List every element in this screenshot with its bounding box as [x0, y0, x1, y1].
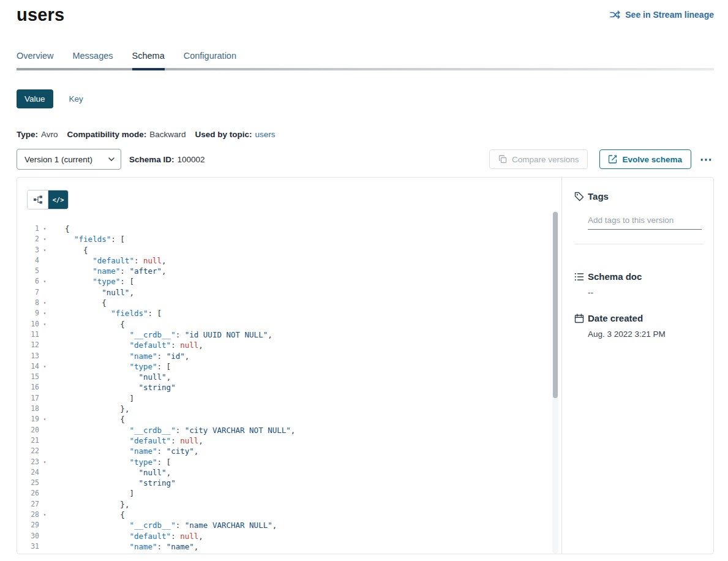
page-title: users	[17, 5, 64, 25]
fold-toggle-icon[interactable]: ▾	[39, 308, 50, 318]
code-text: "type": [	[50, 552, 171, 554]
code-view-button[interactable]: </>	[48, 190, 68, 209]
line-number: 28	[17, 510, 39, 520]
fold-spacer	[39, 255, 50, 266]
tree-view-button[interactable]	[28, 190, 48, 209]
fold-spacer	[39, 531, 50, 541]
add-tags-input[interactable]	[588, 213, 702, 230]
code-line: 11"__crdb__": "id UUID NOT NULL",	[17, 329, 561, 340]
fold-spacer	[39, 329, 50, 340]
code-text: {	[50, 510, 125, 520]
schema-doc-value: --	[588, 288, 704, 297]
fold-spacer	[39, 404, 50, 414]
sidebar-divider	[574, 244, 704, 244]
fold-toggle-icon[interactable]: ▾	[39, 224, 50, 234]
fold-toggle-icon[interactable]: ▾	[39, 414, 50, 424]
fold-toggle-icon[interactable]: ▾	[39, 457, 50, 467]
stream-lineage-link[interactable]: See in Stream lineage	[610, 10, 714, 20]
fold-spacer	[39, 520, 50, 530]
schema-code-panel: </> 1▾{2▾"fields": [3▾{4"default": null,…	[17, 178, 561, 554]
fold-toggle-icon[interactable]: ▾	[39, 276, 50, 287]
code-line: 6▾"type": [	[17, 276, 561, 287]
evolve-icon	[609, 155, 617, 164]
date-created-title: Date created	[588, 313, 643, 323]
line-number: 32	[17, 552, 39, 554]
schema-controls-row: Version 1 (current) Schema ID: 100002 Co…	[17, 149, 714, 170]
line-number: 14	[17, 361, 39, 372]
compare-versions-label: Compare versions	[512, 155, 579, 164]
fold-spacer	[39, 541, 50, 552]
evolve-schema-button[interactable]: Evolve schema	[599, 149, 691, 169]
compare-versions-button[interactable]: Compare versions	[489, 149, 588, 169]
tab-overview[interactable]: Overview	[17, 51, 53, 68]
fold-toggle-icon[interactable]: ▾	[39, 234, 50, 244]
code-line: 17]	[17, 393, 561, 404]
line-number: 16	[17, 382, 39, 393]
code-text: "name": "after",	[50, 266, 167, 276]
code-editor-lines[interactable]: 1▾{2▾"fields": [3▾{4"default": null,5"na…	[17, 224, 561, 554]
used-by-topic-label: Used by topic:	[195, 130, 252, 139]
code-text: "name": "name",	[50, 541, 198, 552]
schema-page: users See in Stream lineage Overview Mes…	[0, 0, 728, 554]
line-number: 18	[17, 404, 39, 414]
value-toggle-button[interactable]: Value	[17, 89, 53, 108]
lineage-icon	[610, 10, 620, 19]
key-toggle-button[interactable]: Key	[69, 94, 83, 104]
code-text: {	[50, 224, 70, 234]
type-meta: Type: Avro	[17, 130, 58, 139]
code-text: ]	[50, 488, 134, 499]
fold-spacer	[39, 393, 50, 404]
code-text: "default": null,	[50, 435, 203, 446]
code-line: 28▾{	[17, 510, 561, 520]
more-options-button[interactable]: ⋯	[699, 153, 714, 165]
line-number: 10	[17, 319, 39, 329]
fold-spacer	[39, 340, 50, 350]
fold-toggle-icon[interactable]: ▾	[39, 319, 50, 329]
fold-spacer	[39, 435, 50, 446]
fold-toggle-icon[interactable]: ▾	[39, 361, 50, 372]
editor-scrollbar-thumb[interactable]	[553, 212, 558, 398]
fold-toggle-icon[interactable]: ▾	[39, 510, 50, 520]
code-line: 19▾{	[17, 414, 561, 424]
date-created-icon	[574, 314, 584, 323]
schema-doc-section: Schema doc --	[574, 271, 704, 297]
fold-toggle-icon[interactable]: ▾	[39, 298, 50, 308]
code-line: 7"null",	[17, 287, 561, 298]
code-line: 23▾"type": [	[17, 457, 561, 467]
page-header: users See in Stream lineage	[17, 5, 714, 25]
line-number: 13	[17, 351, 39, 361]
date-created-value: Aug. 3 2022 3:21 PM	[588, 329, 704, 339]
line-number: 5	[17, 266, 39, 276]
code-line: 1▾{	[17, 224, 561, 234]
line-number: 12	[17, 340, 39, 350]
line-number: 19	[17, 414, 39, 424]
code-text: "name": "id",	[50, 351, 189, 361]
tab-configuration[interactable]: Configuration	[184, 51, 236, 68]
line-number: 2	[17, 234, 39, 244]
compatibility-meta: Compatibility mode: Backward	[67, 130, 186, 139]
line-number: 24	[17, 467, 39, 478]
editor-scrollbar[interactable]	[552, 211, 558, 554]
schema-id: Schema ID: 100002	[129, 155, 205, 164]
tree-view-icon	[33, 195, 43, 205]
code-text: {	[50, 298, 107, 308]
date-created-title-row: Date created	[574, 313, 704, 323]
fold-toggle-icon[interactable]: ▾	[39, 245, 50, 255]
version-select[interactable]: Version 1 (current)	[17, 149, 121, 170]
fold-toggle-icon[interactable]: ▾	[39, 552, 50, 554]
code-line: 27},	[17, 499, 561, 510]
fold-spacer	[39, 499, 50, 510]
tab-messages[interactable]: Messages	[72, 51, 113, 68]
topic-link[interactable]: users	[255, 130, 276, 139]
fold-spacer	[39, 467, 50, 478]
code-line: 9▾"fields": [	[17, 308, 561, 318]
code-text: "fields": [	[50, 308, 162, 318]
tags-section: Tags	[574, 191, 704, 244]
code-line: 31"name": "name",	[17, 541, 561, 552]
line-number: 15	[17, 372, 39, 382]
line-number: 27	[17, 499, 39, 510]
fold-spacer	[39, 382, 50, 393]
tab-schema[interactable]: Schema	[132, 51, 165, 68]
code-text: "__crdb__": "city VARCHAR NOT NULL",	[50, 425, 295, 435]
value-key-toggle: Value Key	[17, 89, 714, 108]
